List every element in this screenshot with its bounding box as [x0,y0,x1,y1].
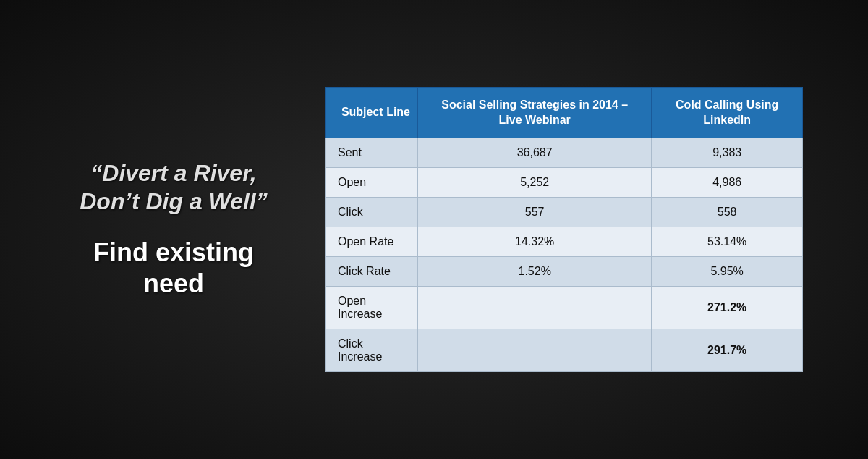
row-col2: 9,383 [652,138,803,168]
table-row: Sent36,6879,383 [326,138,803,168]
table-row: Open Rate14.32%53.14% [326,227,803,257]
left-panel: “Divert a River, Don’t Dig a Well” Find … [65,159,282,299]
row-col2: 291.7% [652,329,803,372]
table-row: Click Increase291.7% [326,329,803,372]
row-col1: 557 [418,198,652,227]
row-col1: 1.52% [418,257,652,287]
right-panel: Subject Line Social Selling Strategies i… [326,87,803,373]
header-social-selling: Social Selling Strategies in 2014 – Live… [418,87,652,138]
row-label: Click Increase [326,329,418,372]
page-wrapper: “Divert a River, Don’t Dig a Well” Find … [0,0,868,459]
row-col2: 5.95% [652,257,803,287]
row-label: Open [326,168,418,198]
row-label: Click Rate [326,257,418,287]
row-col1 [418,329,652,372]
table-row: Open Increase271.2% [326,287,803,329]
comparison-table: Subject Line Social Selling Strategies i… [326,87,803,373]
header-subject-line: Subject Line [326,87,418,138]
row-col1: 14.32% [418,227,652,257]
row-col2: 53.14% [652,227,803,257]
row-label: Click [326,198,418,227]
row-label: Open Increase [326,287,418,329]
row-col1: 5,252 [418,168,652,198]
table-header-row: Subject Line Social Selling Strategies i… [326,87,803,138]
quote-text: “Divert a River, Don’t Dig a Well” [65,159,282,215]
row-col2: 558 [652,198,803,227]
header-cold-calling: Cold Calling Using LinkedIn [652,87,803,138]
find-text: Find existing need [65,237,282,299]
row-label: Sent [326,138,418,168]
row-col1: 36,687 [418,138,652,168]
table-row: Click557558 [326,198,803,227]
table-row: Click Rate1.52%5.95% [326,257,803,287]
row-col2: 4,986 [652,168,803,198]
row-col2: 271.2% [652,287,803,329]
row-label: Open Rate [326,227,418,257]
table-row: Open5,2524,986 [326,168,803,198]
row-col1 [418,287,652,329]
